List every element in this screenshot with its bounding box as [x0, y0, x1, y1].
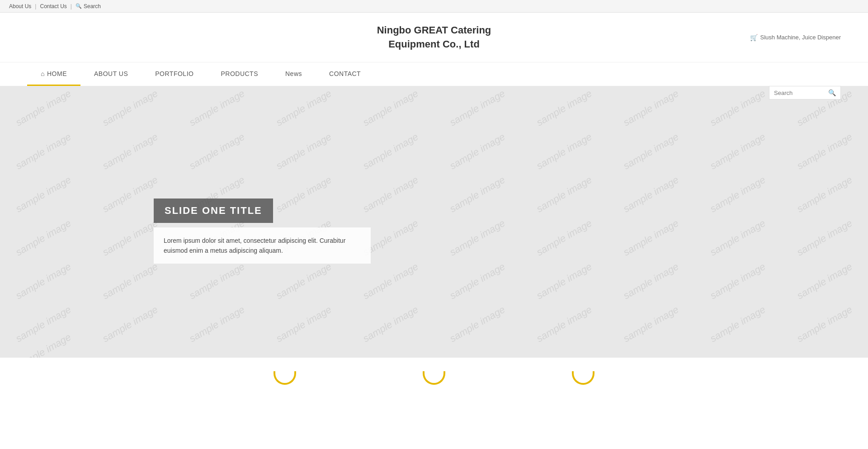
watermark-cell: sample image [776, 284, 868, 358]
watermark-cell: sample image [516, 111, 613, 192]
cart-text: Slush Machine, Juice Dispener [760, 34, 841, 41]
search-icon[interactable]: 🔍 [828, 89, 836, 96]
watermark-cell: sample image [516, 197, 613, 278]
nav-contact[interactable]: CONTACT [316, 62, 374, 86]
nav-about-label: ABOUT US [94, 70, 128, 77]
watermark-cell: sample image [603, 197, 699, 278]
watermark-cell: sample image [169, 284, 265, 358]
watermark-cell: sample image [689, 154, 786, 235]
hero-section: sample image sample image sample image s… [0, 86, 868, 358]
search-link[interactable]: Search [84, 3, 101, 9]
search-dropdown: 🔍 [769, 86, 841, 99]
watermark-cell: sample image [776, 154, 868, 235]
watermark-cell: sample image [689, 241, 786, 321]
watermark-cell: sample image [3, 325, 84, 358]
watermark-cell: sample image [776, 241, 868, 321]
watermark: sample image sample image sample image s… [0, 86, 868, 358]
watermark-cell: sample image [689, 284, 786, 358]
watermark-cell: sample image [689, 111, 786, 192]
nav: ⌂ HOME ABOUT US PORTFOLIO PRODUCTS News … [0, 62, 868, 86]
header: Ningbo GREAT Catering Equipment Co., Ltd… [0, 13, 868, 62]
about-us-link[interactable]: About Us [9, 3, 31, 9]
slide-description: Lorem ipsum dolor sit amet, consectetur … [154, 227, 371, 264]
slide-content: SLIDE ONE TITLE Lorem ipsum dolor sit am… [154, 199, 371, 264]
watermark-cell: sample image [342, 284, 439, 358]
watermark-cell: sample image [603, 154, 699, 235]
cart-area[interactable]: 🛒 Slush Machine, Juice Dispener [570, 34, 841, 41]
watermark-cell: sample image [603, 86, 699, 148]
watermark-cell: sample image [516, 241, 613, 321]
home-icon: ⌂ [41, 70, 45, 77]
top-bar-search[interactable]: 🔍 Search [75, 3, 101, 9]
logo-line2: Equipment Co., Ltd [388, 38, 480, 50]
cart-icon: 🛒 [750, 34, 758, 41]
watermark-cell: sample image [169, 86, 265, 148]
nav-products-label: PRODUCTS [221, 70, 258, 77]
logo-area: Ningbo GREAT Catering Equipment Co., Ltd [298, 24, 570, 52]
nav-home-label: HOME [47, 70, 67, 77]
watermark-cell: sample image [82, 86, 179, 148]
nav-news[interactable]: News [272, 62, 316, 86]
nav-products[interactable]: PRODUCTS [207, 62, 272, 86]
watermark-cell: sample image [255, 284, 352, 358]
watermark-cell: sample image [169, 111, 265, 192]
watermark-cell: sample image [82, 111, 179, 192]
watermark-cell: sample image [255, 86, 352, 148]
nav-portfolio-label: PORTFOLIO [155, 70, 193, 77]
watermark-cell: sample image [516, 86, 613, 148]
watermark-cell: sample image [429, 241, 526, 321]
watermark-cell: sample image [429, 86, 526, 148]
watermark-cell: sample image [603, 284, 699, 358]
nav-news-label: News [285, 70, 302, 77]
watermark-cell: sample image [255, 111, 352, 192]
watermark-cell: sample image [342, 86, 439, 148]
watermark-cell: sample image [429, 154, 526, 235]
watermark-cell: sample image [82, 284, 179, 358]
watermark-cell: sample image [776, 111, 868, 192]
search-input[interactable] [774, 90, 828, 96]
top-bar: About Us | Contact Us | 🔍 Search [0, 0, 868, 13]
logo-text: Ningbo GREAT Catering Equipment Co., Ltd [377, 24, 491, 52]
nav-about[interactable]: ABOUT US [80, 62, 142, 86]
bottom-icon-2 [423, 371, 445, 385]
bottom-icon-1 [274, 371, 296, 385]
watermark-cell: sample image [603, 111, 699, 192]
watermark-cell: sample image [0, 154, 92, 235]
watermark-cell: sample image [516, 154, 613, 235]
watermark-cell: sample image [0, 111, 92, 192]
bottom-icons-area [0, 358, 868, 385]
watermark-cell: sample image [689, 197, 786, 278]
logo-line1: Ningbo GREAT Catering [377, 24, 491, 36]
contact-us-link[interactable]: Contact Us [40, 3, 66, 9]
slide-title: SLIDE ONE TITLE [154, 199, 273, 223]
watermark-cell: sample image [516, 284, 613, 358]
watermark-cell: sample image [0, 284, 92, 358]
watermark-cell: sample image [0, 197, 92, 278]
nav-portfolio[interactable]: PORTFOLIO [142, 62, 207, 86]
separator-1: | [35, 3, 36, 9]
bottom-icon-3 [572, 371, 594, 385]
watermark-cell: sample image [603, 241, 699, 321]
watermark-cell: sample image [776, 197, 868, 278]
watermark-cell: sample image [342, 111, 439, 192]
watermark-cell: sample image [429, 284, 526, 358]
separator-2: | [71, 3, 72, 9]
nav-home[interactable]: ⌂ HOME [27, 62, 80, 86]
nav-contact-label: CONTACT [329, 70, 361, 77]
watermark-cell: sample image [0, 241, 92, 321]
watermark-cell: sample image [0, 86, 92, 148]
search-icon-small: 🔍 [75, 3, 82, 9]
watermark-cell: sample image [429, 197, 526, 278]
watermark-cell: sample image [429, 111, 526, 192]
